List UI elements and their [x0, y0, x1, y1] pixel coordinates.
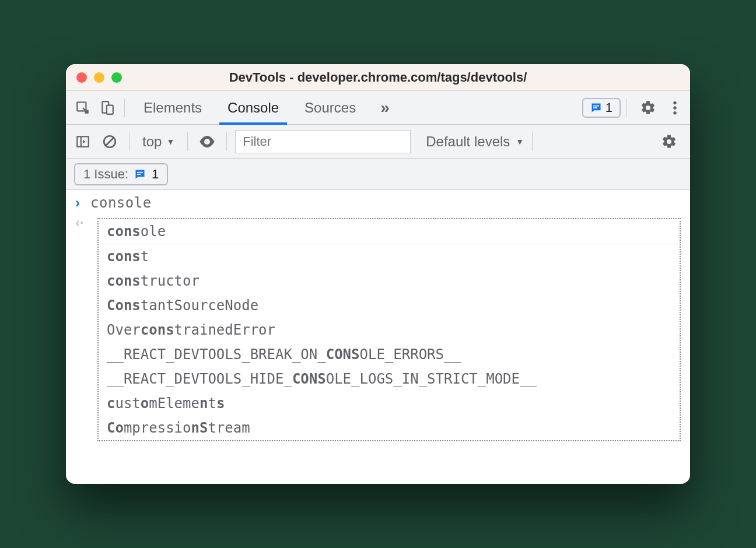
divider: [124, 99, 125, 117]
context-label: top: [142, 134, 162, 150]
console-settings-gear-icon[interactable]: [654, 134, 684, 150]
issues-pill[interactable]: 1 Issue: 1: [74, 163, 168, 185]
prompt-chevron-icon: ›: [75, 195, 80, 211]
issues-bar: 1 Issue: 1: [66, 159, 690, 190]
autocomplete-item[interactable]: ConstantSourceNode: [99, 293, 680, 318]
tab-sources-label: Sources: [304, 100, 356, 116]
autocomplete-item[interactable]: customElements: [99, 391, 680, 416]
tab-console[interactable]: Console: [215, 91, 292, 124]
close-window-button[interactable]: [76, 72, 87, 83]
svg-point-7: [673, 111, 676, 114]
divider: [532, 132, 533, 151]
more-menu-icon[interactable]: [666, 100, 684, 115]
log-levels-selector[interactable]: Default levels ▼: [426, 134, 524, 150]
autocomplete-popup: consoleconstconstructorConstantSourceNod…: [97, 218, 681, 441]
divider: [187, 132, 188, 151]
console-input-line[interactable]: › console: [66, 190, 690, 213]
divider: [129, 132, 130, 151]
svg-rect-3: [593, 105, 599, 106]
inspect-element-icon[interactable]: [72, 97, 94, 119]
window-title: DevTools - developer.chrome.com/tags/dev…: [66, 70, 690, 85]
device-toggle-icon[interactable]: [96, 97, 118, 119]
tab-elements[interactable]: Elements: [131, 91, 215, 124]
devtools-window: DevTools - developer.chrome.com/tags/dev…: [66, 64, 690, 484]
titlebar: DevTools - developer.chrome.com/tags/dev…: [66, 64, 690, 91]
chat-icon: [134, 168, 146, 180]
levels-label: Default levels: [426, 134, 510, 150]
issues-badge[interactable]: 1: [582, 98, 621, 118]
svg-line-11: [106, 138, 114, 145]
issues-label: 1 Issue:: [83, 167, 128, 182]
console-body: › console ‹· consoleconstconstructorCons…: [66, 190, 690, 484]
autocomplete-item[interactable]: const: [99, 244, 680, 269]
output-chevron-icon: ‹·: [75, 215, 84, 231]
dropdown-triangle-icon: ▼: [516, 137, 524, 146]
autocomplete-item[interactable]: OverconstrainedError: [99, 318, 680, 342]
svg-rect-13: [137, 174, 141, 175]
svg-point-5: [673, 101, 676, 104]
console-toolbar: top ▼ Default levels ▼: [66, 125, 690, 159]
eye-live-expression-icon[interactable]: [196, 131, 218, 153]
traffic-lights: [76, 72, 122, 83]
autocomplete-item[interactable]: constructor: [99, 269, 680, 293]
chat-icon: [590, 102, 602, 114]
svg-point-6: [673, 106, 676, 109]
settings-gear-icon[interactable]: [633, 100, 663, 116]
filter-input[interactable]: [235, 130, 411, 153]
minimize-window-button[interactable]: [94, 72, 104, 83]
sidebar-toggle-icon[interactable]: [72, 131, 94, 153]
autocomplete-item[interactable]: __REACT_DEVTOOLS_HIDE_CONSOLE_LOGS_IN_ST…: [99, 367, 680, 391]
issues-count: 1: [152, 167, 159, 182]
clear-console-icon[interactable]: [99, 131, 121, 153]
panel-tabs: Elements Console Sources: [131, 91, 369, 124]
tab-elements-label: Elements: [144, 100, 202, 116]
svg-rect-12: [137, 171, 143, 173]
issues-badge-count: 1: [606, 100, 612, 115]
tab-sources[interactable]: Sources: [292, 91, 369, 124]
svg-rect-2: [107, 105, 113, 114]
autocomplete-item[interactable]: console: [99, 219, 680, 244]
console-input-text: console: [90, 195, 152, 211]
divider: [226, 132, 227, 151]
tab-console-label: Console: [228, 100, 279, 116]
context-selector[interactable]: top ▼: [138, 134, 179, 150]
fullscreen-window-button[interactable]: [111, 72, 122, 83]
tabs-overflow-button[interactable]: »: [371, 99, 397, 117]
autocomplete-item[interactable]: CompressionStream: [99, 416, 680, 440]
divider: [626, 99, 627, 117]
autocomplete-item[interactable]: __REACT_DEVTOOLS_BREAK_ON_CONSOLE_ERRORS…: [99, 342, 680, 367]
svg-rect-4: [593, 107, 597, 108]
main-toolbar: Elements Console Sources » 1: [66, 91, 690, 125]
dropdown-triangle-icon: ▼: [166, 137, 174, 146]
